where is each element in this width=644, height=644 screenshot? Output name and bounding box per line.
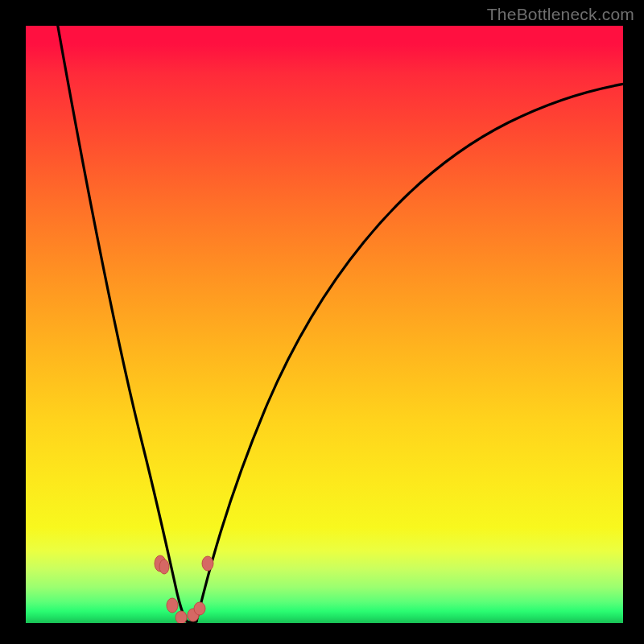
marker-dot (194, 602, 205, 615)
plot-area (26, 26, 623, 623)
bottleneck-curve (26, 26, 623, 623)
marker-dot (159, 559, 169, 574)
curve-left-branch (56, 26, 187, 621)
marker-dot (175, 611, 187, 623)
watermark-text: TheBottleneck.com (487, 5, 634, 24)
marker-dot (167, 598, 178, 613)
marker-dot (202, 556, 213, 571)
curve-right-branch (196, 84, 623, 621)
chart-frame: TheBottleneck.com (0, 0, 644, 644)
